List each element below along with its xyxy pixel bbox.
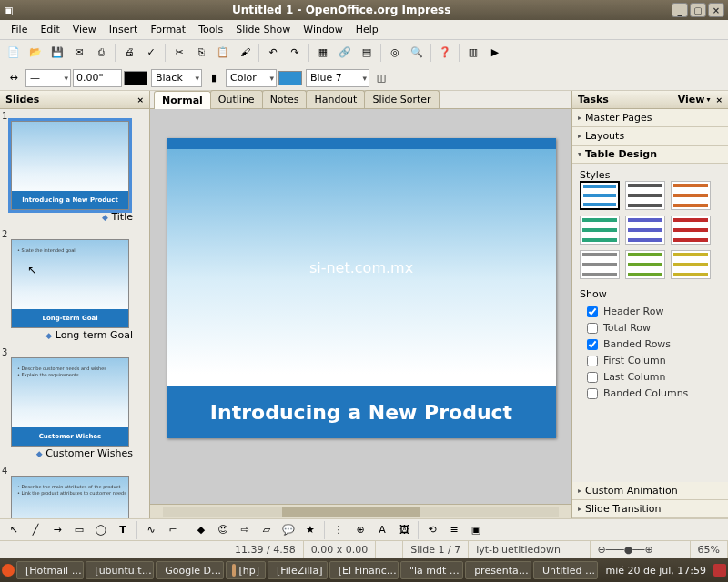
undo-button[interactable]: ↶ — [263, 43, 283, 63]
table-style[interactable] — [580, 250, 620, 279]
arrow-style-button[interactable]: ↔ — [4, 68, 24, 88]
fill-style-combo[interactable]: Color — [226, 69, 277, 87]
task-section-layouts[interactable]: ▸Layouts — [572, 127, 728, 146]
taskbar-item[interactable]: [Hotmail … — [16, 561, 84, 579]
copy-button[interactable]: ⎘ — [191, 43, 211, 63]
view-tab-outline[interactable]: Outline — [210, 90, 263, 108]
slide-title[interactable]: Introducing a New Product — [167, 386, 556, 438]
print-button[interactable]: 🖨 — [119, 43, 139, 63]
shutdown-icon[interactable] — [713, 564, 726, 577]
shadow-button[interactable]: ◫ — [371, 68, 391, 88]
slide-thumb[interactable]: 1Introducing a New Product◆ Title — [2, 111, 138, 226]
line-color-swatch[interactable] — [124, 71, 147, 85]
table-button[interactable]: ▤ — [357, 43, 377, 63]
view-tab-slide-sorter[interactable]: Slide Sorter — [364, 90, 439, 108]
cut-button[interactable]: ✂ — [169, 43, 189, 63]
paste-button[interactable]: 📋 — [213, 43, 233, 63]
glue-tool[interactable]: ⊕ — [350, 520, 370, 540]
stars-tool[interactable]: ★ — [300, 520, 320, 540]
task-section-custom-animation[interactable]: ▸Custom Animation — [572, 482, 728, 500]
zoom-button[interactable]: 🔍 — [407, 43, 427, 63]
open-button[interactable]: 📂 — [25, 43, 46, 63]
curve-tool[interactable]: ∿ — [141, 520, 161, 540]
slides-panel-close-icon[interactable]: × — [136, 95, 144, 105]
tasks-view-menu[interactable]: View — [678, 94, 705, 105]
table-style[interactable] — [671, 250, 711, 279]
show-option-header-row[interactable]: Header Row — [587, 306, 721, 317]
menu-window[interactable]: Window — [298, 22, 348, 37]
format-paint-button[interactable]: 🖌 — [235, 43, 255, 63]
taskbar-item[interactable]: "la mdt … — [400, 561, 463, 579]
minimize-button[interactable]: _ — [672, 3, 688, 17]
arrow-tool[interactable]: → — [47, 520, 67, 540]
maximize-button[interactable]: ▢ — [690, 3, 706, 17]
from-file-tool[interactable]: 🖼 — [394, 520, 414, 540]
connector-tool[interactable]: ⌐ — [163, 520, 183, 540]
fill-color-swatch[interactable] — [278, 71, 302, 85]
task-section-master-pages[interactable]: ▸Master Pages — [572, 109, 728, 127]
table-style[interactable] — [580, 216, 620, 245]
show-option-last-column[interactable]: Last Column — [587, 371, 721, 383]
callouts-tool[interactable]: 💬 — [278, 520, 298, 540]
close-button[interactable]: × — [708, 3, 724, 17]
table-style[interactable] — [671, 216, 711, 245]
table-style[interactable] — [580, 181, 620, 210]
symbol-shapes-tool[interactable]: ☺ — [213, 520, 233, 540]
new-button[interactable]: 📄 — [4, 43, 24, 63]
table-style[interactable] — [625, 181, 665, 210]
ellipse-tool[interactable]: ◯ — [91, 520, 111, 540]
taskbar-item[interactable]: [ubuntu.t… — [86, 561, 154, 579]
menu-tools[interactable]: Tools — [193, 22, 228, 37]
redo-button[interactable]: ↷ — [285, 43, 305, 63]
table-style[interactable] — [625, 250, 665, 279]
chart-button[interactable]: ▦ — [313, 43, 333, 63]
taskbar-item[interactable]: Google D… — [156, 561, 223, 579]
taskbar-item[interactable]: Untitled … — [533, 561, 599, 579]
navigator-button[interactable]: ◎ — [385, 43, 405, 63]
show-option-total-row[interactable]: Total Row — [587, 322, 721, 334]
menu-slide-show[interactable]: Slide Show — [230, 22, 296, 37]
spellcheck-button[interactable]: ✓ — [141, 43, 161, 63]
slide-thumb[interactable]: 3• Describe customer needs and wishes• E… — [2, 347, 138, 462]
show-option-first-column[interactable]: First Column — [587, 355, 721, 366]
fontwork-tool[interactable]: A — [372, 520, 392, 540]
start-button[interactable] — [2, 564, 15, 577]
show-option-banded-rows[interactable]: Banded Rows — [587, 338, 721, 350]
line-width-spin[interactable]: 0.00" — [73, 69, 122, 87]
pdf-button[interactable]: ⎙ — [91, 43, 111, 63]
slide-list[interactable]: 1Introducing a New Product◆ Title2• Stat… — [0, 109, 149, 518]
rectangle-tool[interactable]: ▭ — [69, 520, 89, 540]
line-tool[interactable]: ╱ — [25, 520, 46, 540]
horizontal-scrollbar[interactable] — [150, 504, 571, 518]
table-style[interactable] — [671, 181, 711, 210]
status-zoom[interactable]: 65% — [691, 541, 728, 558]
points-tool[interactable]: ⋮ — [329, 520, 349, 540]
slide-thumb[interactable]: 4• Describe the main attributes of the p… — [2, 466, 138, 518]
rotate-tool[interactable]: ⟲ — [422, 520, 442, 540]
arrange-tool[interactable]: ▣ — [466, 520, 486, 540]
task-section-table-design[interactable]: ▾Table Design — [572, 146, 728, 164]
align-tool[interactable]: ≡ — [444, 520, 464, 540]
select-tool[interactable]: ↖ — [4, 520, 24, 540]
slide-thumb[interactable]: 2• State the intended goalLong-term Goal… — [2, 229, 138, 344]
view-tab-notes[interactable]: Notes — [262, 90, 308, 108]
slideshow-button[interactable]: ▶ — [485, 43, 505, 63]
menu-view[interactable]: View — [67, 22, 102, 37]
basic-shapes-tool[interactable]: ◆ — [191, 520, 211, 540]
line-color-combo[interactable]: Black — [151, 69, 202, 87]
menu-file[interactable]: File — [5, 22, 33, 37]
block-arrows-tool[interactable]: ⇨ — [235, 520, 255, 540]
tasks-panel-close-icon[interactable]: × — [715, 95, 723, 105]
taskbar-item[interactable]: [El Financ… — [329, 561, 399, 579]
hyperlink-button[interactable]: 🔗 — [335, 43, 355, 63]
save-button[interactable]: 💾 — [47, 43, 67, 63]
text-tool[interactable]: T — [113, 520, 133, 540]
menu-edit[interactable]: Edit — [35, 22, 65, 37]
status-zoom-slider[interactable]: ⊖───●──⊕ — [591, 541, 691, 558]
menu-format[interactable]: Format — [145, 22, 191, 37]
slide-canvas[interactable]: si-net.com.mx Introducing a New Product — [150, 109, 571, 504]
view-tab-handout[interactable]: Handout — [306, 90, 365, 108]
task-section-slide-transition[interactable]: ▸Slide Transition — [572, 500, 728, 518]
show-option-banded-columns[interactable]: Banded Columns — [587, 387, 721, 399]
menu-help[interactable]: Help — [350, 22, 384, 37]
